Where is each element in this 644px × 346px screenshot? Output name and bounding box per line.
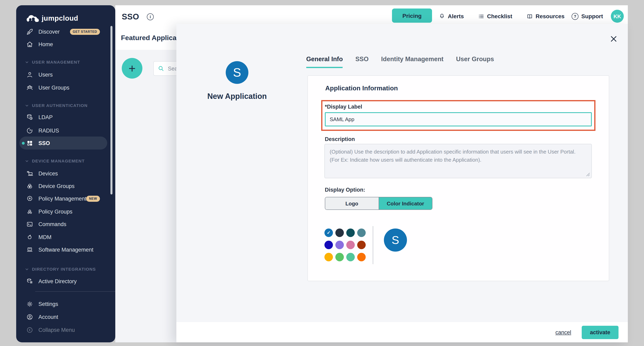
policy-icon (26, 195, 33, 202)
color-swatch-orange[interactable] (357, 253, 366, 261)
checklist-button[interactable]: Checklist (478, 12, 512, 20)
application-information-card: Application Information *Display Label S… (308, 75, 609, 281)
sidebar-item-settings[interactable]: Settings (26, 299, 111, 309)
apple-icon (26, 234, 33, 240)
devices-icon (26, 170, 33, 177)
sidebar-item-label: Software Management (38, 247, 94, 253)
modal-tabs: General Info SSO Identity Management Use… (306, 56, 494, 68)
sidebar-item-home[interactable]: Home (26, 39, 111, 49)
user-icon (26, 71, 33, 78)
section-directory-integrations[interactable]: DIRECTORY INTEGRATIONS (25, 266, 96, 272)
sidebar-item-label: Settings (38, 301, 58, 307)
sidebar-item-active-directory[interactable]: Active Directory (26, 276, 111, 286)
description-textarea[interactable]: (Optional) Use the description to add Ap… (324, 144, 592, 178)
sidebar-item-devices[interactable]: Devices (26, 168, 111, 178)
sidebar-item-commands[interactable]: Commands (26, 219, 111, 229)
account-icon (26, 313, 33, 320)
sidebar-scrollbar[interactable] (110, 26, 112, 195)
description-placeholder: (Optional) Use the description to add Ap… (330, 149, 576, 163)
alerts-button[interactable]: Alerts (439, 12, 464, 20)
featured-applications-heading: Featured Applications (121, 34, 177, 42)
display-label-input[interactable]: SAML App (325, 112, 592, 126)
section-user-management[interactable]: USER MANAGEMENT (25, 59, 80, 65)
resize-handle-icon[interactable] (586, 172, 590, 177)
sidebar-item-software-management[interactable]: Software Management (26, 245, 111, 254)
application-name: New Application (192, 92, 282, 101)
tab-identity-management[interactable]: Identity Management (381, 56, 443, 68)
cancel-button[interactable]: cancel (556, 329, 571, 335)
jumpcloud-logo[interactable]: jumpcloud (26, 14, 78, 23)
pricing-button[interactable]: Pricing (392, 9, 432, 23)
sidebar-item-label: SSO (38, 140, 50, 146)
sidebar-item-ldap[interactable]: LDAP (26, 112, 111, 122)
book-icon (527, 13, 533, 19)
sidebar-item-collapse-menu[interactable]: Collapse Menu (26, 325, 111, 335)
sidebar-item-user-groups[interactable]: User Groups (26, 83, 111, 92)
color-swatch-dark-navy[interactable] (335, 229, 344, 237)
color-swatch-steel-teal[interactable] (357, 229, 366, 237)
question-icon: ? (572, 13, 578, 20)
page-title: SSO (122, 12, 139, 22)
color-swatch-dark-teal[interactable] (346, 229, 355, 237)
section-user-authentication[interactable]: USER AUTHENTICATION (25, 102, 88, 109)
get-started-badge: GET STARTED (70, 29, 100, 35)
sidebar-item-radius[interactable]: RADIUS (26, 126, 111, 135)
logo-option[interactable]: Logo (325, 197, 379, 210)
color-indicator-preview: S (384, 229, 407, 252)
color-swatch-mint[interactable] (346, 253, 355, 261)
new-badge: NEW (86, 196, 100, 202)
card-title: Application Information (325, 85, 398, 92)
info-icon[interactable]: i (147, 13, 154, 20)
sidebar-item-sso[interactable]: SSO (26, 138, 111, 148)
radius-icon (26, 127, 33, 134)
sidebar-item-label: RADIUS (38, 127, 59, 133)
support-button[interactable]: ? Support (572, 12, 603, 20)
sidebar-item-policy-management[interactable]: Policy Management NEW (26, 194, 111, 203)
sidebar-item-mdm[interactable]: MDM (26, 232, 111, 242)
logo-text: jumpcloud (42, 14, 78, 23)
sidebar-item-account[interactable]: Account (26, 312, 111, 322)
sidebar-item-users[interactable]: Users (26, 70, 111, 79)
sidebar-item-label: Account (38, 314, 58, 320)
add-application-button[interactable]: + (122, 58, 142, 79)
color-swatch-pink[interactable] (346, 241, 355, 249)
tab-general-info[interactable]: General Info (306, 56, 343, 68)
color-swatch-purple[interactable] (335, 241, 344, 249)
tab-user-groups[interactable]: User Groups (456, 56, 494, 68)
activate-button[interactable]: activate (582, 325, 618, 339)
section-device-management[interactable]: DEVICE MANAGEMENT (25, 158, 85, 164)
color-swatch-blue[interactable]: ✓ (324, 229, 333, 237)
venn-icon (26, 183, 33, 190)
resources-button[interactable]: Resources (527, 12, 564, 20)
sidebar-item-device-groups[interactable]: Device Groups (26, 181, 111, 191)
swatch-preview-divider (372, 226, 373, 264)
checklist-icon (478, 13, 484, 19)
color-swatch-green[interactable] (335, 253, 344, 261)
sso-grid-icon (26, 139, 33, 146)
color-indicator-option[interactable]: Color Indicator (379, 197, 432, 210)
sidebar: jumpcloud Discover GET STARTED Home USER… (16, 5, 115, 342)
sidebar-item-label: MDM (38, 234, 52, 240)
sidebar-item-label: Devices (38, 170, 58, 177)
rocket-icon (26, 28, 33, 35)
application-icon-badge: S (226, 61, 248, 84)
database-clock-icon (26, 114, 33, 120)
color-swatch-royal-blue[interactable] (324, 241, 333, 249)
color-swatch-rust[interactable] (357, 241, 366, 249)
tab-sso[interactable]: SSO (355, 56, 368, 68)
sidebar-item-label: Policy Management (38, 196, 86, 202)
sidebar-item-label: Device Groups (38, 183, 75, 189)
display-option-label: Display Option: (325, 187, 365, 193)
gear-icon (26, 300, 33, 307)
sidebar-item-discover[interactable]: Discover GET STARTED (26, 27, 111, 37)
policy-groups-icon (26, 208, 33, 215)
user-avatar[interactable]: KK (611, 10, 624, 23)
close-icon[interactable] (608, 34, 619, 44)
sidebar-item-policy-groups[interactable]: Policy Groups (26, 207, 111, 216)
search-icon (158, 65, 164, 72)
color-swatch-amber[interactable] (324, 253, 333, 261)
collapse-arrow-icon (26, 326, 33, 333)
user-group-icon (26, 84, 33, 91)
sidebar-item-label: Collapse Menu (38, 327, 75, 333)
active-item-dot (22, 142, 25, 145)
